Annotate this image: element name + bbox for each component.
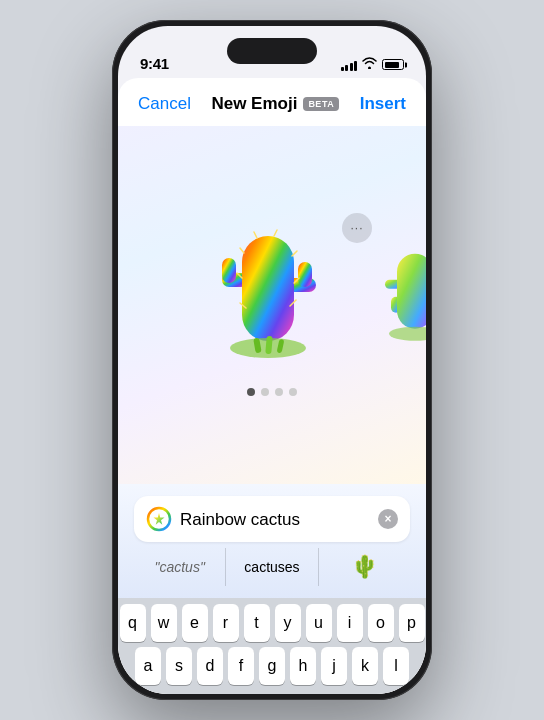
key-k[interactable]: k [352, 647, 378, 685]
input-area: Rainbow cactus × "cactus" cactuses 🌵 [118, 484, 426, 598]
more-options-button[interactable]: ··· [342, 213, 372, 243]
phone-screen: 9:41 [118, 26, 426, 694]
predictive-item-1[interactable]: "cactus" [134, 548, 226, 586]
predictive-item-2[interactable]: cactuses [226, 548, 318, 586]
page-dot-1 [247, 388, 255, 396]
key-p[interactable]: p [399, 604, 425, 642]
svg-rect-3 [298, 262, 312, 287]
page-dot-4 [289, 388, 297, 396]
search-input-wrapper[interactable]: Rainbow cactus × [134, 496, 410, 542]
key-i[interactable]: i [337, 604, 363, 642]
insert-button[interactable]: Insert [360, 94, 406, 114]
key-h[interactable]: h [290, 647, 316, 685]
secondary-emoji-wrapper [371, 242, 426, 356]
signal-icon [341, 59, 358, 71]
key-s[interactable]: s [166, 647, 192, 685]
svg-rect-20 [397, 254, 426, 329]
battery-icon [382, 59, 404, 70]
svg-line-11 [254, 232, 257, 238]
key-g[interactable]: g [259, 647, 285, 685]
emoji-area: ··· [118, 126, 426, 484]
key-j[interactable]: j [321, 647, 347, 685]
main-emoji [202, 218, 342, 368]
dynamic-island [227, 38, 317, 64]
key-f[interactable]: f [228, 647, 254, 685]
key-r[interactable]: r [213, 604, 239, 642]
cactus-emoji: 🌵 [351, 554, 378, 580]
key-o[interactable]: o [368, 604, 394, 642]
status-icons [341, 57, 405, 72]
clear-icon: × [384, 513, 391, 525]
key-a[interactable]: a [135, 647, 161, 685]
predictive-item-3[interactable]: 🌵 [319, 548, 410, 586]
page-dot-3 [275, 388, 283, 396]
predictive-text-1: "cactus" [154, 559, 204, 575]
svg-line-6 [292, 251, 297, 256]
key-y[interactable]: y [275, 604, 301, 642]
bottom-sheet: Cancel New Emoji BETA Insert [118, 78, 426, 694]
status-time: 9:41 [140, 55, 169, 72]
key-t[interactable]: t [244, 604, 270, 642]
keyboard-row-1: q w e r t y u i o p [122, 604, 422, 642]
cancel-button[interactable]: Cancel [138, 94, 191, 114]
key-e[interactable]: e [182, 604, 208, 642]
secondary-emoji [371, 242, 426, 352]
sheet-title: New Emoji [211, 94, 297, 114]
genmoji-icon [146, 506, 172, 532]
emoji-carousel: ··· [118, 198, 426, 388]
predictive-bar: "cactus" cactuses 🌵 [134, 542, 410, 590]
page-dot-2 [261, 388, 269, 396]
predictive-text-2: cactuses [244, 559, 299, 575]
svg-line-12 [274, 230, 277, 236]
search-input-text[interactable]: Rainbow cactus [180, 511, 370, 528]
key-d[interactable]: d [197, 647, 223, 685]
key-w[interactable]: w [151, 604, 177, 642]
sheet-header: Cancel New Emoji BETA Insert [118, 78, 426, 126]
keyboard-row-2: a s d f g h j k l [122, 647, 422, 685]
title-group: New Emoji BETA [211, 94, 339, 114]
svg-rect-4 [242, 236, 294, 341]
key-u[interactable]: u [306, 604, 332, 642]
svg-point-21 [389, 327, 426, 341]
page-dots [247, 388, 297, 396]
keyboard: q w e r t y u i o p a s d f g [118, 598, 426, 694]
clear-button[interactable]: × [378, 509, 398, 529]
svg-line-5 [240, 248, 244, 253]
more-dots-icon: ··· [350, 221, 363, 235]
key-l[interactable]: l [383, 647, 409, 685]
wifi-icon [362, 57, 377, 72]
key-q[interactable]: q [120, 604, 146, 642]
main-emoji-wrapper: ··· [202, 218, 342, 368]
svg-rect-1 [222, 258, 236, 283]
beta-badge: BETA [303, 97, 339, 111]
phone-frame: 9:41 [112, 20, 432, 700]
